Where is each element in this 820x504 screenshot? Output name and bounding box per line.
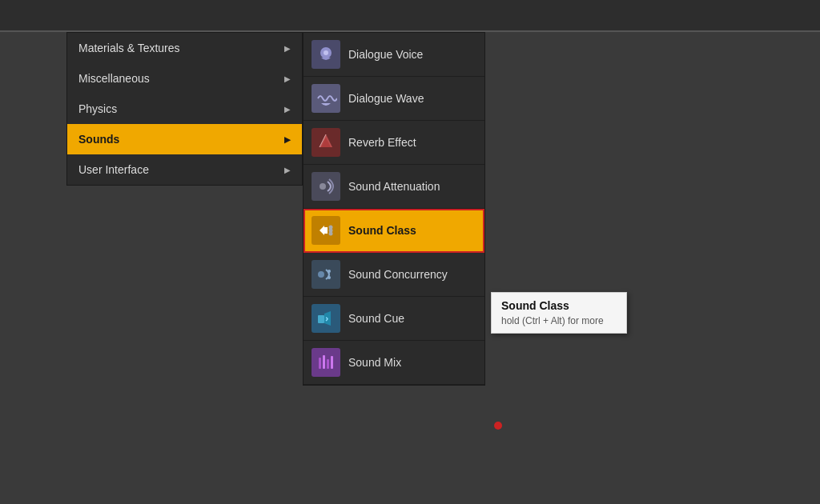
red-dot-indicator: [494, 422, 502, 430]
reverb-icon: [312, 128, 340, 157]
submenu-item-sound-mix[interactable]: Sound Mix: [303, 341, 484, 385]
svg-point-5: [320, 183, 326, 190]
left-menu: Materials & Textures ▶ Miscellaneous ▶ P…: [66, 32, 303, 186]
menu-item-physics[interactable]: Physics ▶: [67, 94, 302, 124]
sound-class-tooltip: Sound Class hold (Ctrl + Alt) for more: [491, 292, 627, 334]
sound-concurrency-icon: [312, 260, 340, 289]
menu-item-label: Sounds: [78, 133, 119, 146]
submenu-item-label: Sound Cue: [348, 312, 404, 325]
submenu-item-label: Sound Class: [348, 224, 416, 237]
svg-marker-6: [320, 226, 324, 235]
dialogue-wave-icon: [312, 84, 340, 113]
submenu-item-label: Dialogue Wave: [348, 92, 424, 105]
submenu-item-label: Sound Mix: [348, 356, 401, 369]
arrow-icon: ▶: [284, 105, 291, 114]
tooltip-desc: hold (Ctrl + Alt) for more: [501, 315, 617, 326]
submenu-item-sound-attenuation[interactable]: Sound Attenuation: [303, 165, 484, 209]
menu-item-user-interface[interactable]: User Interface ▶: [67, 154, 302, 185]
svg-rect-15: [319, 358, 321, 369]
submenu-item-label: Reverb Effect: [348, 136, 416, 149]
svg-rect-14: [318, 315, 324, 323]
tooltip-title: Sound Class: [501, 299, 617, 312]
svg-rect-16: [323, 355, 325, 369]
sounds-submenu: Dialogue Voice Dialogue Wave Reverb E: [303, 32, 485, 386]
submenu-item-sound-cue[interactable]: Sound Cue: [303, 297, 484, 341]
dialogue-voice-icon: [312, 40, 340, 69]
arrow-icon: ▶: [284, 74, 291, 83]
attenuation-icon: [312, 172, 340, 201]
sound-mix-icon: [312, 348, 340, 377]
menu-item-materials[interactable]: Materials & Textures ▶: [67, 33, 302, 63]
svg-point-1: [324, 50, 328, 55]
svg-rect-7: [324, 227, 328, 234]
main-content: Materials & Textures ▶ Miscellaneous ▶ P…: [0, 32, 820, 504]
svg-point-12: [328, 270, 331, 273]
sound-cue-icon: [312, 304, 340, 333]
svg-point-10: [329, 232, 333, 236]
sound-class-icon: [312, 216, 340, 245]
submenu-item-sound-class[interactable]: Sound Class: [303, 209, 484, 253]
submenu-item-label: Sound Attenuation: [348, 180, 440, 193]
svg-rect-17: [327, 359, 329, 369]
svg-rect-18: [331, 356, 333, 369]
menu-item-label: User Interface: [78, 163, 149, 176]
submenu-item-dialogue-voice[interactable]: Dialogue Voice: [303, 33, 484, 77]
menu-item-label: Physics: [78, 102, 117, 115]
submenu-item-dialogue-wave[interactable]: Dialogue Wave: [303, 77, 484, 121]
top-toolbar: [0, 0, 820, 32]
menu-item-sounds[interactable]: Sounds ▶: [67, 124, 302, 154]
arrow-icon: ▶: [284, 135, 291, 144]
svg-point-11: [318, 271, 324, 278]
submenu-item-reverb-effect[interactable]: Reverb Effect: [303, 121, 484, 165]
submenu-item-label: Dialogue Voice: [348, 48, 423, 61]
svg-point-13: [328, 276, 331, 279]
submenu-item-label: Sound Concurrency: [348, 268, 448, 281]
arrow-icon: ▶: [284, 166, 291, 174]
menu-item-miscellaneous[interactable]: Miscellaneous ▶: [67, 63, 302, 94]
menu-item-label: Materials & Textures: [78, 42, 180, 54]
arrow-icon: ▶: [284, 44, 291, 53]
menu-item-label: Miscellaneous: [78, 72, 150, 85]
submenu-item-sound-concurrency[interactable]: Sound Concurrency: [303, 253, 484, 297]
